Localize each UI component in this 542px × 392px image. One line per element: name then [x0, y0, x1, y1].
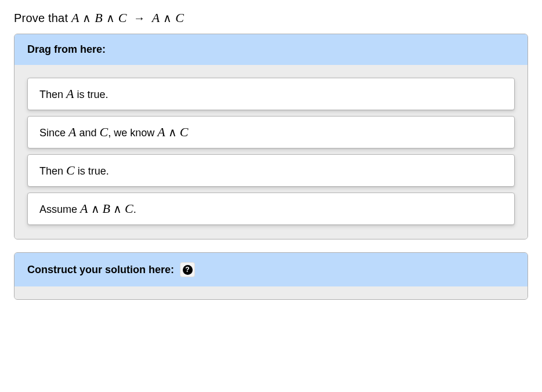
- math-var: A: [157, 125, 165, 139]
- step-text: is true.: [74, 89, 108, 100]
- step-text: .: [133, 204, 136, 215]
- step-text: , we know: [108, 127, 157, 139]
- target-panel-header: Construct your solution here: ?: [15, 253, 527, 286]
- draggable-step[interactable]: Since A and C, we know A ∧ C: [27, 116, 515, 148]
- draggable-step[interactable]: Then A is true.: [27, 78, 515, 110]
- math-var: B: [103, 201, 110, 216]
- math-var: C: [125, 201, 133, 216]
- formula-var-a: A: [71, 10, 80, 25]
- math-op: ∧: [113, 202, 122, 215]
- formula-op-implies: →: [133, 12, 145, 24]
- math-op: ∧: [91, 202, 100, 215]
- math-var: C: [100, 125, 109, 139]
- step-text: Since: [39, 127, 68, 139]
- math-op: ∧: [168, 126, 177, 139]
- formula-var-b: B: [95, 10, 103, 25]
- math-var: C: [66, 163, 75, 177]
- step-text: Then: [39, 165, 66, 177]
- source-panel: Drag from here: Then A is true. Since A …: [14, 34, 528, 239]
- formula-op-and: ∧: [106, 12, 115, 24]
- step-text: Assume: [39, 204, 80, 215]
- source-panel-header: Drag from here:: [15, 34, 527, 65]
- help-button[interactable]: ?: [180, 262, 195, 277]
- question-mark-icon: ?: [183, 265, 193, 275]
- formula-op-and: ∧: [82, 12, 91, 24]
- draggable-step[interactable]: Assume A ∧ B ∧ C.: [27, 193, 515, 225]
- formula-var-c: C: [118, 10, 127, 25]
- formula-op-and: ∧: [163, 12, 172, 24]
- target-panel-body[interactable]: [15, 286, 527, 299]
- problem-prompt: Prove that A ∧ B ∧ C → A ∧ C: [14, 10, 528, 26]
- math-var: A: [80, 201, 88, 216]
- formula-var-c2: C: [175, 10, 184, 25]
- target-panel-header-label: Construct your solution here:: [27, 264, 174, 276]
- math-var: C: [180, 125, 189, 139]
- draggable-step[interactable]: Then C is true.: [27, 154, 515, 187]
- step-text: and: [76, 127, 99, 139]
- source-panel-header-label: Drag from here:: [27, 43, 106, 56]
- step-text: is true.: [75, 165, 109, 177]
- formula-var-a2: A: [152, 10, 160, 25]
- target-panel: Construct your solution here: ?: [14, 252, 528, 300]
- source-panel-body[interactable]: Then A is true. Since A and C, we know A…: [15, 65, 527, 239]
- prompt-lead: Prove that: [14, 12, 71, 24]
- step-text: Then: [39, 89, 66, 100]
- math-var: A: [66, 86, 74, 101]
- math-var: A: [68, 125, 76, 139]
